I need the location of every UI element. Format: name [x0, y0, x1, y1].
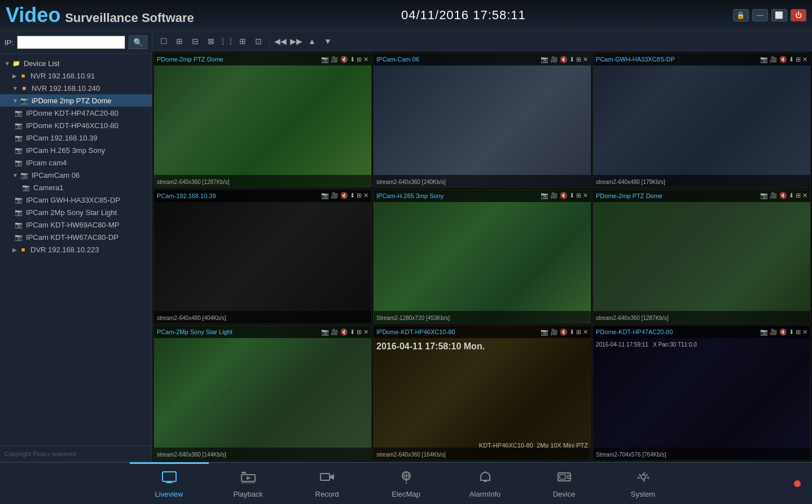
next-row-btn[interactable]: ▼	[321, 34, 335, 48]
cam5-close-btn[interactable]: ✕	[583, 192, 588, 199]
nav-record[interactable]: Record	[288, 462, 367, 504]
cam6-download-btn[interactable]: ⬇	[789, 192, 794, 199]
lock-button[interactable]: 🔒	[733, 9, 749, 21]
cam1-snapshot-btn[interactable]: 📷	[321, 56, 329, 63]
sidebar-item-ipcam-cam4[interactable]: 📷 IPcam cam4	[0, 156, 152, 169]
cam8-snapshot-btn[interactable]: 📷	[541, 328, 548, 336]
cam8-audio-btn[interactable]: 🔇	[560, 328, 568, 336]
cam7-audio-btn[interactable]: 🔇	[340, 328, 348, 336]
cam5-expand-btn[interactable]: ⊞	[576, 192, 581, 199]
nav-elecmap[interactable]: ElecMap	[367, 462, 446, 504]
cam4-audio-btn[interactable]: 🔇	[340, 192, 348, 199]
cam8-expand-btn[interactable]: ⊞	[576, 328, 581, 336]
sidebar-item-ipcamcam06[interactable]: ▼ 📷 IPCamCam 06	[0, 169, 152, 181]
tree-root[interactable]: ▼ 📁 Device List	[0, 57, 152, 69]
sidebar-item-ipdome2mp[interactable]: ▼ 📷 iPDome 2mp PTZ Dome	[0, 94, 152, 107]
cam2-close-btn[interactable]: ✕	[583, 56, 588, 63]
cam4-snapshot-btn[interactable]: 📷	[321, 192, 329, 199]
camera-cell-4[interactable]: PCam-192.168.10.39 📷 🎥 🔇 ⬇ ⊞ ✕ stream2-6…	[153, 189, 372, 325]
next-page-btn[interactable]: ▶▶	[289, 34, 303, 48]
sidebar-item-ipdome-kdt-hp46[interactable]: 📷 IPDome KDT-HP46XC10-80	[0, 119, 152, 132]
camera-cell-9[interactable]: PDome-KDT-HP47AC20-80 📷 🎥 🔇 ⬇ ⊞ ✕ 2016-0…	[592, 325, 811, 461]
cam5-audio-btn[interactable]: 🔇	[560, 192, 568, 199]
layout-4grid-btn[interactable]: ⊞	[173, 34, 186, 48]
cam6-snapshot-btn[interactable]: 📷	[760, 192, 768, 199]
sidebar-item-ipdome-kdt-hp47[interactable]: 📷 IPDome KDT-HP47AC20-80	[0, 107, 152, 119]
layout-12grid-btn[interactable]: ⋮⋮	[220, 34, 234, 48]
cam3-audio-btn[interactable]: 🔇	[779, 56, 787, 63]
search-button[interactable]: 🔍	[129, 36, 147, 49]
nav-playback[interactable]: Playback	[209, 462, 288, 504]
camera-cell-1[interactable]: PDome-2mp PTZ Dome 📷 🎥 🔇 ⬇ ⊞ ✕ stream2-6…	[153, 52, 372, 188]
nav-liveview[interactable]: Liveview	[130, 462, 209, 504]
cam6-close-btn[interactable]: ✕	[802, 192, 807, 199]
sidebar-item-ipcam-10-39[interactable]: 📷 IPCam 192.168.10.39	[0, 132, 152, 144]
sidebar-item-ipcam-gwh[interactable]: 📷 IPCam GWH-HA33XC85-DP	[0, 194, 152, 206]
cam1-audio-btn[interactable]: 🔇	[340, 56, 348, 63]
camera-cell-7[interactable]: PCam-2Mp Sony Star Light 📷 🎥 🔇 ⬇ ⊞ ✕ str…	[153, 325, 372, 461]
layout-custom-btn[interactable]: ⊡	[252, 34, 265, 48]
cam7-download-btn[interactable]: ⬇	[350, 328, 355, 336]
cam6-record-btn[interactable]: 🎥	[770, 192, 778, 199]
close-button[interactable]: ⏻	[791, 9, 806, 21]
cam3-download-btn[interactable]: ⬇	[789, 56, 794, 63]
cam5-snapshot-btn[interactable]: 📷	[541, 192, 548, 199]
camera-cell-5[interactable]: IPCam-H.265 3mp Sony 📷 🎥 🔇 ⬇ ⊞ ✕ Stream2…	[373, 189, 591, 325]
ip-input[interactable]	[17, 36, 125, 49]
cam9-audio-btn[interactable]: 🔇	[779, 328, 787, 336]
layout-single-btn[interactable]: ☐	[157, 34, 170, 48]
cam8-download-btn[interactable]: ⬇	[569, 328, 574, 336]
cam6-expand-btn[interactable]: ⊞	[796, 192, 801, 199]
cam4-record-btn[interactable]: 🎥	[331, 192, 339, 199]
sidebar-item-ipcam-kdt-hw69[interactable]: 📷 IPCam KDT-HW69AC80-MP	[0, 218, 152, 231]
cam7-close-btn[interactable]: ✕	[363, 328, 368, 336]
cam9-record-btn[interactable]: 🎥	[770, 328, 778, 336]
cam6-audio-btn[interactable]: 🔇	[779, 192, 787, 199]
cam7-snapshot-btn[interactable]: 📷	[321, 328, 329, 336]
camera-cell-6[interactable]: PDome-2mp PTZ Dome 📷 🎥 🔇 ⬇ ⊞ ✕ stream2-6…	[592, 189, 811, 325]
sidebar-item-camera1[interactable]: 📷 Camera1	[0, 181, 152, 194]
sidebar-item-ipcam-kdt-hw67[interactable]: 📷 IPCam KDT-HW67AC80-DP	[0, 231, 152, 243]
nav-device[interactable]: Device	[525, 462, 604, 504]
cam1-expand-btn[interactable]: ⊞	[357, 56, 362, 63]
cam4-download-btn[interactable]: ⬇	[350, 192, 355, 199]
camera-cell-3[interactable]: PCam-GWH-HA33XC8S-DP 📷 🎥 🔇 ⬇ ⊞ ✕ stream2…	[592, 52, 811, 188]
cam2-download-btn[interactable]: ⬇	[569, 56, 574, 63]
cam9-download-btn[interactable]: ⬇	[789, 328, 794, 336]
sidebar-item-nvr1[interactable]: ▶ ■ NVR 192.168.10.91	[0, 69, 152, 82]
cam9-close-btn[interactable]: ✕	[802, 328, 807, 336]
cam9-snapshot-btn[interactable]: 📷	[760, 328, 768, 336]
cam5-download-btn[interactable]: ⬇	[569, 192, 574, 199]
cam2-expand-btn[interactable]: ⊞	[576, 56, 581, 63]
prev-page-btn[interactable]: ◀◀	[274, 34, 287, 48]
nav-system[interactable]: System	[604, 462, 683, 504]
sidebar-item-ipcam-2mp-sony[interactable]: 📷 IPCam 2Mp Sony Star Light	[0, 206, 152, 218]
cam2-audio-btn[interactable]: 🔇	[560, 56, 568, 63]
cam9-expand-btn[interactable]: ⊞	[796, 328, 801, 336]
cam1-record-btn[interactable]: 🎥	[331, 56, 339, 63]
restore-button[interactable]: ⬜	[771, 9, 787, 21]
nav-alarminfo[interactable]: AlarmInfo	[446, 462, 525, 504]
camera-cell-8[interactable]: IPDome-KDT-HP46XC10-80 📷 🎥 🔇 ⬇ ⊞ ✕ 2016-…	[373, 325, 591, 461]
layout-16grid-btn[interactable]: ⊞	[236, 34, 249, 48]
cam1-download-btn[interactable]: ⬇	[350, 56, 355, 63]
layout-9grid-btn[interactable]: ⊠	[204, 34, 218, 48]
minimize-button[interactable]: —	[752, 9, 768, 21]
cam4-close-btn[interactable]: ✕	[363, 192, 368, 199]
cam8-close-btn[interactable]: ✕	[583, 328, 588, 336]
cam7-expand-btn[interactable]: ⊞	[357, 328, 362, 336]
camera-cell-2[interactable]: IPCam-Cam 06 📷 🎥 🔇 ⬇ ⊞ ✕ stream2-640x360…	[373, 52, 591, 188]
cam8-record-btn[interactable]: 🎥	[550, 328, 558, 336]
sidebar-item-dvr[interactable]: ▶ ■ DVR 192.168.10.223	[0, 243, 152, 256]
sidebar-item-nvr2[interactable]: ▼ ■ NVR 192.168.10.240	[0, 82, 152, 94]
cam3-record-btn[interactable]: 🎥	[770, 56, 778, 63]
layout-6grid-btn[interactable]: ⊟	[188, 34, 202, 48]
cam2-snapshot-btn[interactable]: 📷	[541, 56, 548, 63]
prev-row-btn[interactable]: ▲	[305, 34, 319, 48]
cam3-snapshot-btn[interactable]: 📷	[760, 56, 768, 63]
cam2-record-btn[interactable]: 🎥	[550, 56, 558, 63]
cam1-close-btn[interactable]: ✕	[363, 56, 368, 63]
cam5-record-btn[interactable]: 🎥	[550, 192, 558, 199]
cam7-record-btn[interactable]: 🎥	[331, 328, 339, 336]
sidebar-item-ipcam-h265[interactable]: 📷 IPCam H.265 3mp Sony	[0, 144, 152, 156]
